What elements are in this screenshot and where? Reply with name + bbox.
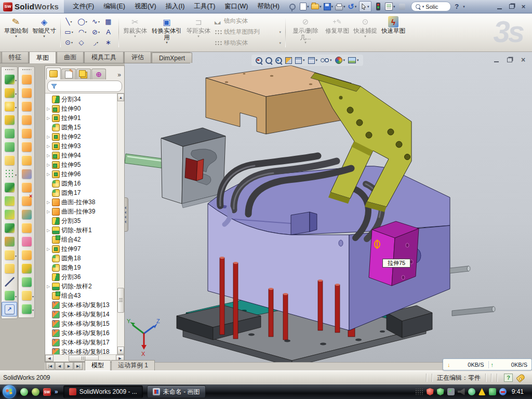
toolbar-button[interactable]: [19, 234, 34, 248]
command-tab[interactable]: 曲面: [57, 51, 84, 63]
toolbar-button[interactable]: ▾: [2, 86, 17, 99]
ribbon-button[interactable]: 显示/删除几... ▾: [288, 15, 323, 49]
toolbar-button[interactable]: [2, 302, 17, 316]
menu-item[interactable]: 帮助(H): [252, 0, 284, 13]
tray-icon[interactable]: [458, 388, 465, 395]
toolbar-button[interactable]: ▾: [19, 288, 34, 302]
sketch-entity-button[interactable]: ▭ ▾: [63, 27, 76, 37]
expand-arrow-icon[interactable]: ▷: [46, 172, 50, 177]
tab-dimxpertmanager[interactable]: ⊕: [91, 69, 106, 79]
solidworks-launcher-icon[interactable]: SW: [43, 388, 51, 396]
tree-item[interactable]: ▷ 组合42: [46, 235, 117, 244]
tab-featuremanager[interactable]: [46, 68, 61, 79]
tree-item[interactable]: ▷ 拉伸90: [46, 104, 117, 113]
toolbar-button[interactable]: [19, 221, 34, 234]
taskbar-button[interactable]: SolidWorks 2009 - ...: [63, 385, 143, 398]
taskbar-button[interactable]: 未命名 - 画图: [147, 385, 206, 398]
search-input[interactable]: Solic: [425, 4, 446, 10]
ribbon-button[interactable]: 快速草图: [379, 15, 407, 49]
tray-icon[interactable]: [437, 388, 444, 395]
toolbar-button[interactable]: [19, 153, 34, 167]
sketch-entity-button[interactable]: ∗: [103, 37, 116, 48]
expand-arrow-icon[interactable]: ▷: [46, 116, 50, 121]
menu-item[interactable]: 工具(T): [189, 0, 220, 13]
graphics-viewport[interactable]: Y Z X 拉伸75: [125, 52, 532, 362]
menu-item[interactable]: 视图(V): [130, 0, 161, 13]
messenger-icon[interactable]: [20, 388, 28, 396]
toolbar-button[interactable]: [19, 126, 34, 140]
toolbar-button[interactable]: [19, 248, 34, 261]
tree-item[interactable]: ▷ 分割35: [46, 216, 117, 225]
tree-item[interactable]: ▷ 拉伸95: [46, 160, 117, 169]
sketch-entity-button[interactable]: ◇: [76, 37, 89, 48]
select-button[interactable]: ▾: [359, 1, 371, 12]
ribbon-button[interactable]: 草图绘制 ▾: [2, 15, 30, 49]
toolbar-button[interactable]: [19, 194, 34, 207]
ribbon-button[interactable]: 修复草图: [323, 15, 351, 49]
toolbar-button[interactable]: [2, 207, 17, 221]
panel-overflow-button[interactable]: »: [115, 71, 123, 79]
toolbar-button[interactable]: [19, 86, 34, 99]
sketch-entity-button[interactable]: ◞ ▾: [90, 37, 103, 48]
tree-item[interactable]: ▷ 拉伸91: [46, 113, 117, 123]
next-tab-button[interactable]: ▶: [64, 362, 73, 370]
sketch-entity-button[interactable]: ⊙ ▾: [63, 37, 76, 48]
tree-item[interactable]: ▷ 拉伸97: [46, 244, 117, 254]
security-ball-icon[interactable]: [32, 388, 39, 396]
toolbar-button[interactable]: [19, 207, 34, 221]
tree-item[interactable]: ▷ 切除-放样1: [46, 225, 117, 235]
expand-arrow-icon[interactable]: ▷: [46, 284, 50, 289]
keyboard-layout-icon[interactable]: [415, 389, 423, 395]
zoom-area-button[interactable]: [265, 57, 272, 64]
tree-vertical-scrollbar[interactable]: ▲ ▼: [117, 94, 124, 354]
tree-item[interactable]: ▷ 圆角18: [46, 254, 117, 263]
search-box[interactable]: ▾ Solic: [411, 2, 451, 11]
document-tab[interactable]: 模型: [85, 360, 111, 370]
tree-item[interactable]: ▷ 实体-移动/复制17: [46, 338, 117, 347]
toolbar-button[interactable]: [2, 261, 17, 275]
rebuild-button[interactable]: [373, 2, 383, 11]
ribbon-stack-button[interactable]: 线性草图阵列 ▾: [212, 27, 283, 37]
first-tab-button[interactable]: |◀: [46, 362, 55, 370]
toolbar-button[interactable]: [19, 113, 34, 126]
sketch-entity-button[interactable]: ∿ ▾: [90, 17, 103, 27]
expand-arrow-icon[interactable]: ▷: [46, 153, 50, 158]
sketch-entity-button[interactable]: A: [103, 27, 116, 37]
restore-button[interactable]: [506, 3, 517, 11]
ribbon-button[interactable]: 快速捕捉 ▾: [351, 15, 379, 49]
tab-propertymanager[interactable]: [61, 69, 76, 79]
minimize-button[interactable]: [494, 3, 505, 11]
menu-item[interactable]: 插入(I): [161, 0, 190, 13]
save-button[interactable]: ▾: [323, 2, 334, 11]
tree-item[interactable]: ▷ 拉伸92: [46, 132, 117, 141]
doc-restore-button[interactable]: [505, 56, 514, 63]
expand-arrow-icon[interactable]: ▷: [46, 209, 50, 214]
taskbar-clock[interactable]: 9:41: [510, 388, 528, 395]
document-tab[interactable]: 运动算例 1: [111, 360, 155, 370]
ribbon-stack-button[interactable]: 移动实体 ▾: [212, 38, 283, 48]
pin-icon[interactable]: [287, 2, 298, 11]
sketch-entity-button[interactable]: ╲ ▾: [63, 17, 76, 27]
menu-item[interactable]: 编辑(E): [99, 0, 130, 13]
scroll-down-button[interactable]: ▼: [117, 347, 124, 354]
toolbar-button[interactable]: ▾: [2, 248, 17, 261]
toolbar-button[interactable]: ▾: [2, 99, 17, 113]
command-tab[interactable]: 草图: [29, 51, 56, 63]
edit-appearance-button[interactable]: ▾: [335, 57, 345, 64]
tree-item[interactable]: ▷ 切除-放样2: [46, 282, 117, 291]
tree-item[interactable]: ▷ 曲面-拉伸38: [46, 197, 117, 207]
section-view-button[interactable]: [285, 57, 292, 64]
doc-close-button[interactable]: ×: [518, 56, 528, 63]
quick-tips-button[interactable]: ?: [504, 374, 513, 382]
command-tab[interactable]: 特征: [2, 51, 29, 63]
tree-item[interactable]: ▷ 实体-移动/复制15: [46, 319, 117, 328]
tree-item[interactable]: ▷ 实体-移动/复制14: [46, 310, 117, 319]
tree-item[interactable]: ▷ 实体-移动/复制13: [46, 300, 117, 310]
toolbar-button[interactable]: [2, 275, 17, 288]
tree-filter-input[interactable]: [47, 81, 122, 92]
command-tab[interactable]: 模具工具: [84, 51, 124, 63]
expand-arrow-icon[interactable]: ▷: [46, 228, 50, 233]
tree-item[interactable]: ▷ 实体-移动/复制16: [46, 328, 117, 338]
command-tab[interactable]: 评估: [124, 51, 151, 63]
toolbar-button[interactable]: [19, 99, 34, 113]
